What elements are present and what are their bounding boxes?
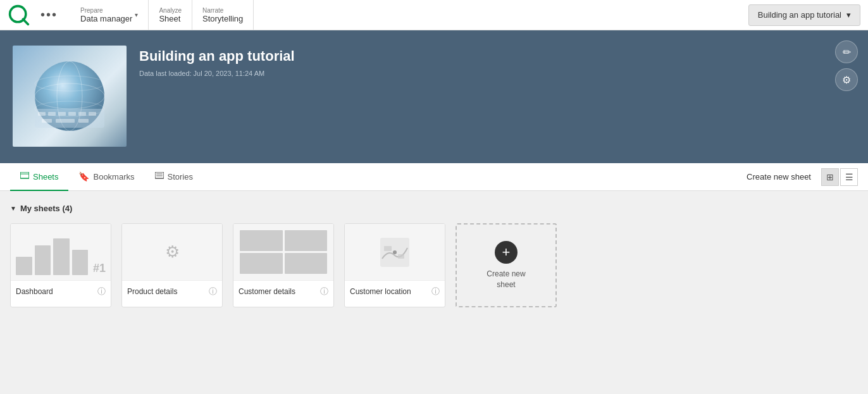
my-sheets-label: My sheets (4): [20, 204, 72, 213]
svg-line-1: [23, 19, 28, 24]
sheet-info-icon-dashboard[interactable]: ⓘ: [97, 286, 106, 297]
nav-analyze[interactable]: Analyze Sheet: [149, 0, 192, 30]
stories-tab-label: Stories: [168, 172, 193, 182]
sheet-info-dashboard: Dashboard ⓘ: [11, 281, 111, 302]
svg-rect-10: [58, 112, 66, 116]
new-sheet-plus-icon: +: [495, 241, 518, 264]
top-nav: ••• Prepare Data manager ▾ Analyze Sheet…: [0, 0, 868, 30]
tab-stories[interactable]: Stories: [145, 163, 203, 191]
sheet-thumb-location: [345, 224, 445, 281]
nav-analyze-bottom: Sheet: [159, 14, 182, 23]
app-name-label: Building an app tutorial: [758, 10, 841, 20]
hero-title: Building an app tutorial: [139, 48, 295, 65]
section-collapse-icon: ▼: [10, 205, 16, 212]
nav-analyze-top: Analyze: [159, 7, 182, 14]
stories-tab-icon: [155, 171, 164, 182]
create-sheet-header-button[interactable]: Create new sheet: [741, 169, 816, 184]
grid-view-icon: ⊞: [826, 172, 834, 182]
svg-rect-16: [78, 119, 89, 123]
thumb-cell-3: [240, 253, 283, 274]
app-name-button[interactable]: Building an app tutorial ▾: [748, 4, 860, 26]
sheets-tab-icon: [20, 171, 29, 182]
svg-rect-13: [89, 112, 96, 116]
hero-settings-button[interactable]: ⚙: [835, 68, 858, 91]
thumb-hash-icon: #1: [93, 262, 106, 275]
thumb-bar-4: [72, 250, 89, 275]
sheet-card-dashboard[interactable]: #1 Dashboard ⓘ: [10, 223, 111, 307]
view-toggle: ⊞ ☰: [821, 168, 858, 186]
svg-rect-19: [155, 172, 164, 178]
svg-rect-8: [38, 112, 46, 116]
nav-prepare[interactable]: Prepare Data manager ▾: [70, 0, 149, 30]
tab-sheets[interactable]: Sheets: [10, 163, 68, 191]
sheet-thumb-customer: [233, 224, 333, 281]
svg-rect-11: [68, 112, 76, 116]
sheets-tab-label: Sheets: [33, 172, 58, 182]
tab-bookmarks[interactable]: 🔖 Bookmarks: [68, 163, 144, 191]
nav-logo[interactable]: [8, 4, 30, 27]
sheet-info-customer: Customer details ⓘ: [233, 281, 333, 302]
new-sheet-card-label: Create newsheet: [487, 269, 525, 290]
svg-rect-15: [56, 119, 75, 123]
thumb-bar-3: [53, 238, 70, 275]
sheet-info-icon-product[interactable]: ⓘ: [209, 286, 217, 297]
create-new-sheet-card[interactable]: + Create newsheet: [456, 223, 557, 307]
thumb-bar-1: [16, 257, 32, 275]
tabs-bar: Sheets 🔖 Bookmarks Stories Create new sh…: [0, 163, 868, 191]
nav-prepare-arrow: ▾: [135, 11, 138, 18]
sheet-info-product: Product details ⓘ: [122, 281, 222, 302]
svg-rect-12: [78, 112, 86, 116]
list-view-button[interactable]: ☰: [840, 168, 858, 186]
nav-narrate-top: Narrate: [202, 7, 243, 14]
sheet-info-location: Customer location ⓘ: [345, 281, 445, 302]
sheet-card-customer-details[interactable]: Customer details ⓘ: [233, 223, 334, 307]
sheet-name-dashboard: Dashboard: [16, 287, 53, 296]
grid-view-button[interactable]: ⊞: [821, 168, 839, 186]
svg-rect-24: [398, 254, 404, 259]
hero-edit-button[interactable]: ✏: [835, 40, 858, 63]
sheet-thumb-dashboard: #1: [11, 224, 111, 281]
hero-image: [13, 46, 127, 147]
sheets-section: ▼ My sheets (4) #1 Dashboard ⓘ: [0, 191, 868, 320]
thumb-cell-1: [240, 230, 283, 251]
thumb-cell-2: [285, 230, 328, 251]
sheet-info-icon-customer[interactable]: ⓘ: [320, 286, 328, 297]
settings-icon: ⚙: [842, 74, 851, 86]
hero-banner: Building an app tutorial Data last loade…: [0, 30, 868, 163]
sheet-name-customer: Customer details: [239, 287, 295, 296]
hero-actions: ✏ ⚙: [835, 40, 858, 91]
sheet-info-icon-location[interactable]: ⓘ: [431, 286, 440, 297]
puzzle-icon: ⚙: [165, 242, 180, 262]
nav-more-icon[interactable]: •••: [40, 8, 58, 22]
svg-rect-9: [48, 112, 56, 116]
app-name-arrow-icon: ▾: [846, 10, 851, 20]
nav-narrate[interactable]: Narrate Storytelling: [192, 0, 254, 30]
nav-narrate-bottom: Storytelling: [202, 14, 243, 23]
svg-point-25: [393, 250, 397, 254]
sheet-name-product: Product details: [127, 287, 177, 296]
svg-rect-7: [35, 109, 104, 128]
sheet-card-product-details[interactable]: ⚙ Product details ⓘ: [121, 223, 223, 307]
svg-rect-14: [42, 119, 52, 123]
thumb-bar-2: [35, 245, 51, 275]
nav-prepare-bottom: Data manager: [80, 14, 132, 23]
thumb-cell-4: [285, 253, 328, 274]
sheets-grid: #1 Dashboard ⓘ ⚙ Product details ⓘ: [10, 223, 858, 307]
edit-icon: ✏: [843, 46, 851, 58]
sheet-thumb-product: ⚙: [122, 224, 222, 281]
my-sheets-header[interactable]: ▼ My sheets (4): [10, 204, 858, 213]
svg-rect-17: [20, 172, 29, 178]
sheet-name-location: Customer location: [350, 287, 411, 296]
nav-prepare-top: Prepare: [80, 7, 132, 14]
hero-subtitle: Data last loaded: Jul 20, 2023, 11:24 AM: [139, 70, 295, 77]
list-view-icon: ☰: [845, 172, 853, 182]
hero-text-area: Building an app tutorial Data last loade…: [139, 46, 295, 77]
bookmarks-tab-icon: 🔖: [78, 171, 89, 182]
svg-rect-23: [384, 246, 392, 251]
bookmarks-tab-label: Bookmarks: [93, 172, 134, 182]
sheet-card-customer-location[interactable]: Customer location ⓘ: [344, 223, 445, 307]
